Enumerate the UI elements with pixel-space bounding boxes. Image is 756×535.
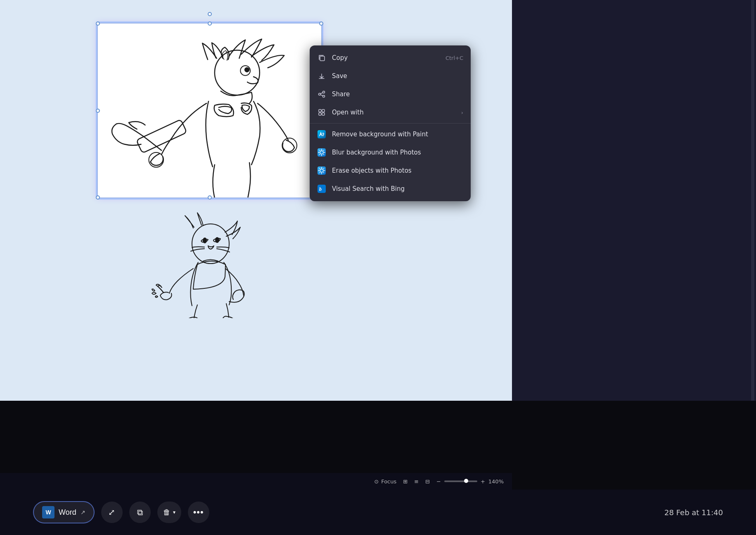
handle-middle-left[interactable] <box>96 109 100 113</box>
context-menu-blur-bg-photos[interactable]: Blur background with Photos <box>310 143 471 162</box>
taskbar-time: 28 Feb at 11:40 <box>664 508 723 517</box>
open-with-icon <box>317 108 326 117</box>
read-view-icon[interactable]: ≡ <box>414 478 419 485</box>
second-image <box>124 211 297 318</box>
delete-chevron-icon: ▾ <box>173 509 175 515</box>
zoom-control[interactable]: − + 140% <box>436 478 504 485</box>
share-label: Share <box>332 90 350 98</box>
svg-point-3 <box>245 68 249 72</box>
context-menu-erase-objects-photos[interactable]: Erase objects with Photos <box>310 162 471 180</box>
copy-icon: ⧉ <box>137 508 143 517</box>
focus-mode[interactable]: ⊙ Focus <box>374 478 396 485</box>
resize-icon: ⤢ <box>108 507 115 517</box>
zoom-percent: 140% <box>488 478 504 485</box>
copy-image-button[interactable]: ⧉ <box>129 502 151 523</box>
context-menu-open-with[interactable]: Open with › <box>310 103 471 121</box>
remove-bg-paint-label: Remove background with Paint <box>332 131 428 138</box>
svg-point-12 <box>319 93 321 95</box>
zoom-in-button[interactable]: + <box>481 478 485 485</box>
handle-top-center[interactable] <box>208 21 212 26</box>
delete-icon: 🗑 <box>163 508 171 517</box>
blur-bg-photos-label: Blur background with Photos <box>332 149 421 156</box>
share-icon <box>317 90 326 99</box>
photos-app-icon-1 <box>317 148 326 157</box>
copy-icon <box>317 53 326 62</box>
focus-icon: ⊙ <box>374 478 379 485</box>
visual-search-bing-label: Visual Search with Bing <box>332 185 405 193</box>
svg-point-7 <box>192 224 229 264</box>
svg-text:b: b <box>319 186 322 192</box>
context-menu-share[interactable]: Share <box>310 85 471 103</box>
handle-rotate[interactable] <box>208 12 212 16</box>
scrollbar[interactable] <box>751 0 754 401</box>
svg-point-8 <box>203 238 206 243</box>
taskbar: W Word ↗ ⤢ ⧉ 🗑 ▾ ••• 28 Feb at 11:40 <box>0 490 756 535</box>
context-menu-save[interactable]: Save <box>310 67 471 85</box>
word-button-label: Word <box>59 508 76 517</box>
svg-rect-16 <box>319 113 321 115</box>
svg-rect-14 <box>319 109 321 112</box>
svg-point-9 <box>216 238 219 243</box>
save-label: Save <box>332 72 347 80</box>
print-view-icon[interactable]: ⊟ <box>425 478 430 485</box>
right-panel <box>512 0 756 401</box>
handle-bottom-left[interactable] <box>96 195 100 200</box>
save-icon <box>317 71 326 81</box>
context-menu: Copy Ctrl+C Save Share <box>310 45 471 201</box>
view-icons[interactable]: ⊞ <box>403 478 408 485</box>
copy-label: Copy <box>332 54 348 62</box>
svg-point-13 <box>323 95 325 97</box>
svg-rect-10 <box>320 56 325 61</box>
zoom-out-button[interactable]: − <box>436 478 441 485</box>
context-menu-visual-search-bing[interactable]: b Visual Search with Bing <box>310 180 471 198</box>
external-link-icon: ↗ <box>81 509 85 516</box>
menu-separator-1 <box>310 123 471 124</box>
copy-shortcut: Ctrl+C <box>446 55 463 61</box>
print-layout-icon: ⊟ <box>425 478 430 485</box>
second-image-content <box>124 211 297 318</box>
grid-view-icon: ⊞ <box>403 478 408 485</box>
photos-app-icon-2 <box>317 166 326 175</box>
svg-rect-15 <box>322 109 325 112</box>
zoom-slider[interactable] <box>444 480 477 482</box>
more-options-button[interactable]: ••• <box>188 502 209 523</box>
open-with-chevron-icon: › <box>461 109 463 116</box>
handle-bottom-center[interactable] <box>208 195 212 200</box>
bing-icon: b <box>317 184 326 193</box>
handle-top-left[interactable] <box>96 21 100 26</box>
status-bar: ⊙ Focus ⊞ ≡ ⊟ − + 140% <box>0 473 512 490</box>
svg-rect-23 <box>318 185 326 193</box>
selected-image[interactable] <box>97 23 322 198</box>
context-menu-remove-bg-paint[interactable]: Remove background with Paint <box>310 125 471 143</box>
word-taskbar-button[interactable]: W Word ↗ <box>33 501 95 523</box>
more-icon: ••• <box>193 507 204 518</box>
erase-objects-photos-label: Erase objects with Photos <box>332 167 412 174</box>
svg-rect-17 <box>322 113 325 115</box>
context-menu-copy[interactable]: Copy Ctrl+C <box>310 49 471 67</box>
paint-app-icon <box>317 130 326 139</box>
word-app-icon: W <box>42 506 55 518</box>
focus-label: Focus <box>381 478 396 485</box>
open-with-label: Open with <box>332 109 364 116</box>
resize-button[interactable]: ⤢ <box>101 502 123 523</box>
image-content <box>98 24 321 197</box>
svg-point-11 <box>323 91 325 93</box>
delete-button[interactable]: 🗑 ▾ <box>157 502 181 523</box>
zoom-slider-thumb <box>464 479 468 483</box>
handle-top-right[interactable] <box>319 21 323 26</box>
read-mode-icon: ≡ <box>414 478 419 485</box>
